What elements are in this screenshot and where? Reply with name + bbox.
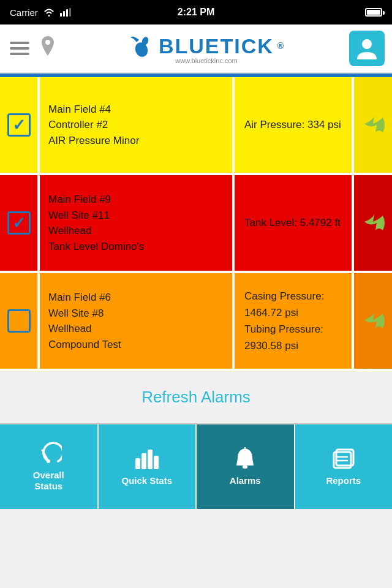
pages-icon (330, 447, 357, 470)
alarm-arrow-cell-2[interactable] (354, 175, 392, 271)
alarm-check-cell-1[interactable] (0, 77, 40, 173)
svg-rect-13 (243, 466, 247, 469)
status-left: Carrier (10, 7, 71, 18)
alarm-info-cell-3: Main Field #6 Well Site #8 Wellhead Comp… (40, 273, 235, 369)
signal-icon (60, 8, 71, 17)
nav-overall-status-label: OverallStatus (33, 470, 64, 492)
location-icon[interactable] (39, 36, 56, 61)
svg-rect-10 (141, 453, 146, 469)
alarm-row: Main Field #6 Well Site #8 Wellhead Comp… (0, 273, 392, 371)
arrow-icon-2 (360, 209, 386, 236)
svg-rect-2 (66, 9, 68, 17)
alarm-info-text-3: Main Field #6 Well Site #8 Wellhead Comp… (48, 290, 121, 352)
svg-point-6 (362, 39, 372, 49)
alarm-value-text-1: Air Pressure: 334 psi (244, 116, 341, 133)
alarm-value-cell-1: Air Pressure: 334 psi (235, 77, 354, 173)
alarm-checkbox-2[interactable] (7, 211, 31, 235)
refresh-button[interactable]: Refresh Alarms (141, 388, 251, 407)
gauge-icon (35, 442, 62, 465)
header: BLUETICK ® www.bluetickinc.com (0, 24, 392, 74)
svg-rect-11 (148, 450, 153, 469)
alarm-value-text-3: Casing Pressure: 1464.72 psi Tubing Pres… (244, 288, 324, 355)
nav-quick-stats[interactable]: Quick Stats (99, 424, 197, 509)
logo-text: BLUETICK ® (128, 32, 285, 59)
hamburger-button[interactable] (7, 39, 32, 58)
alarm-info-text-1: Main Field #4 Controller #2 AIR Pressure… (48, 102, 139, 149)
alarm-value-cell-3: Casing Pressure: 1464.72 psi Tubing Pres… (235, 273, 354, 369)
bell-icon (232, 447, 258, 470)
logo-subtitle: www.bluetickinc.com (175, 57, 237, 64)
logo-bird (128, 32, 155, 59)
bars-icon (134, 447, 160, 470)
nav-alarms-label: Alarms (230, 475, 261, 486)
alarm-arrow-cell-1[interactable] (354, 77, 392, 173)
wifi-icon (43, 8, 55, 17)
status-right (365, 8, 382, 17)
alarm-info-cell-1: Main Field #4 Controller #2 AIR Pressure… (40, 77, 235, 173)
alarm-value-cell-2: Tank Level: 5.4792 ft (235, 175, 354, 271)
alarm-value-text-2: Tank Level: 5.4792 ft (244, 214, 341, 231)
alarm-checkbox-1[interactable] (7, 113, 31, 137)
nav-reports-label: Reports (326, 475, 361, 486)
time-display: 2:21 PM (178, 7, 214, 18)
status-bar: Carrier 2:21 PM (0, 0, 392, 24)
nav-quick-stats-label: Quick Stats (121, 475, 172, 486)
refresh-area: Refresh Alarms (0, 371, 392, 423)
alarm-row: Main Field #4 Controller #2 AIR Pressure… (0, 77, 392, 175)
svg-rect-9 (135, 458, 140, 469)
svg-rect-0 (60, 13, 62, 17)
arrow-icon-1 (360, 111, 386, 138)
svg-rect-3 (69, 8, 71, 17)
nav-reports[interactable]: Reports (295, 424, 393, 509)
nav-alarms[interactable]: Alarms (197, 424, 295, 509)
alarm-arrow-cell-3[interactable] (354, 273, 392, 369)
svg-rect-1 (63, 11, 65, 17)
alarm-checkbox-3[interactable] (7, 309, 31, 333)
battery-icon (365, 8, 382, 17)
svg-rect-12 (154, 456, 159, 469)
profile-button[interactable] (349, 31, 385, 66)
carrier-label: Carrier (10, 7, 38, 18)
logo-area: BLUETICK ® www.bluetickinc.com (64, 32, 349, 64)
alarm-info-text-2: Main Field #9 Well Site #11 Wellhead Tan… (48, 192, 144, 254)
arrow-icon-3 (360, 307, 386, 334)
alarms-list: Main Field #4 Controller #2 AIR Pressure… (0, 77, 392, 371)
alarm-check-cell-2[interactable] (0, 175, 40, 271)
svg-point-8 (47, 459, 50, 463)
alarm-row: Main Field #9 Well Site #11 Wellhead Tan… (0, 175, 392, 273)
profile-icon (355, 36, 379, 61)
alarm-info-cell-2: Main Field #9 Well Site #11 Wellhead Tan… (40, 175, 235, 271)
alarm-check-cell-3[interactable] (0, 273, 40, 369)
nav-overall-status[interactable]: OverallStatus (0, 424, 99, 509)
bottom-nav: OverallStatus Quick Stats Alarms Reports (0, 423, 392, 509)
